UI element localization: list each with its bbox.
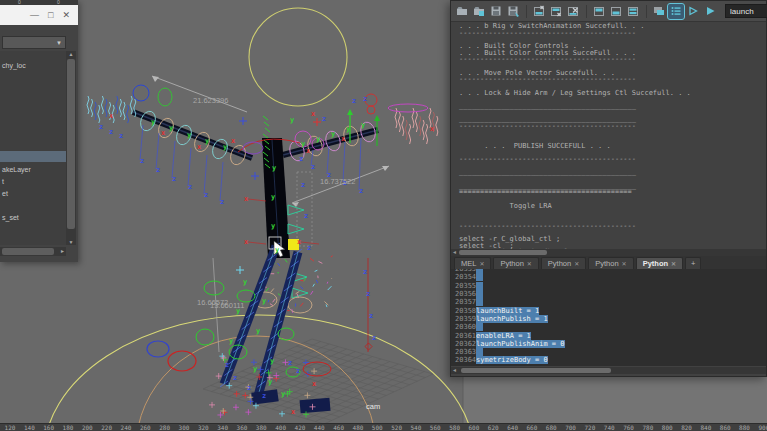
code-row[interactable]: 20354 [451,273,766,281]
clear-all-button[interactable] [565,4,581,19]
code-row[interactable]: 20361enableLRA = 1 [451,331,766,339]
timeline-frame-label: 900 [758,424,767,431]
execute-all-button[interactable] [685,4,701,19]
history-line: ----------------------------------------… [459,156,766,163]
execute-icon [704,5,716,17]
timeline-frame-label: 600 [468,424,479,431]
tab-label: Python [643,259,668,268]
script-input-pane[interactable]: 203532035420355203562035720358launchBuil… [451,269,766,366]
axis-letter-z: z [363,95,367,103]
outliner-item-selected[interactable] [0,151,66,162]
outliner-list[interactable]: chy_locakeLayertets_set [0,51,66,245]
save-script-button[interactable] [488,4,504,19]
outliner-vertical-scrollbar[interactable]: ▲ ▼ [66,51,76,245]
maximize-icon[interactable]: □ [48,11,53,20]
code-line-selected: launchPublish = 1 [476,315,548,323]
close-tab-icon[interactable]: ✕ [479,260,484,267]
scrollbar-thumb[interactable] [2,248,54,255]
execute-button[interactable] [702,4,718,19]
code-row[interactable]: 20362launchPublishAnim = 0 [451,340,766,348]
scroll-right-icon[interactable]: ► [60,248,65,254]
timeline-frame-label: 580 [449,424,460,431]
timeline-frame-label: 180 [63,424,74,431]
outliner-item[interactable]: s_set [0,212,66,223]
scrollbar-thumb[interactable] [461,368,611,373]
history-line: ----------------------------------------… [459,123,766,130]
code-row[interactable]: 20357 [451,298,766,306]
clear-input-button[interactable] [531,4,547,19]
timeline-frame-label: 240 [121,424,132,431]
save-script-as-button[interactable] [505,4,521,19]
close-icon[interactable]: ✕ [62,11,70,20]
outliner-item[interactable]: chy_loc [0,60,66,71]
open-script-button[interactable] [454,4,470,19]
timeline-frame-label: 760 [623,424,634,431]
code-row[interactable]: 20358launchBuilt = 1 [451,306,766,314]
code-line-selected [476,282,483,290]
axis-letter-z: z [225,361,229,369]
axis-letter-z: z [304,212,308,220]
code-row[interactable]: 20364symetrizeBody = 0 [451,356,766,364]
close-tab-icon[interactable]: ✕ [574,260,579,267]
close-tab-icon[interactable]: ✕ [527,260,532,267]
timeline-bar[interactable]: 1201401601802002202402602803003203403603… [0,423,767,431]
line-number: 20363 [451,348,476,356]
axis-letter-z: z [311,163,315,171]
script-tab-python-1[interactable]: Python✕ [493,257,538,269]
code-row[interactable]: 20356 [451,290,766,298]
timeline-frame-label: 800 [662,424,673,431]
show-both-button[interactable] [625,4,641,19]
echo-commands-button[interactable] [651,4,667,19]
command-input[interactable] [725,4,767,18]
input-horizontal-scrollbar[interactable]: ◄ [451,367,766,374]
axis-letter-z: z [288,359,292,367]
scroll-down-icon[interactable]: ▼ [66,239,76,245]
timeline-frame-label: 460 [333,424,344,431]
script-tab-mel-0[interactable]: MEL✕ [454,257,491,269]
outliner-item[interactable]: akeLayer [0,164,66,175]
code-row[interactable]: 20359launchPublish = 1 [451,315,766,323]
outliner-item[interactable]: et [0,188,66,199]
tab-label: MEL [461,259,476,268]
script-editor-toolbar [451,1,766,22]
script-tab-python-3[interactable]: Python✕ [588,257,633,269]
toolbar-separator [522,5,527,18]
code-row[interactable]: 20355 [451,282,766,290]
timeline-frame-label: 520 [391,424,402,431]
history-line: . . . Lock & Hide Arm / Leg Settings Ctl… [459,90,766,97]
save-script-icon [490,5,502,17]
line-number: 20354 [451,273,476,281]
new-tab-button[interactable]: + [685,257,701,269]
clear-history-icon [550,5,562,17]
outliner-filter-dropdown[interactable]: ▼ [2,36,66,49]
toolbar-separator [582,5,587,18]
show-history-button[interactable] [591,4,607,19]
show-input-button[interactable] [608,4,624,19]
code-row[interactable]: 20360 [451,323,766,331]
scrollbar-thumb[interactable] [459,250,547,255]
line-number: 20362 [451,340,476,348]
timeline-frame-label: 840 [700,424,711,431]
dimension-value: 21.623396 [193,96,228,105]
timeline-frame-label: 820 [681,424,692,431]
scrollbar-thumb[interactable] [67,59,75,229]
script-history-pane[interactable]: . . . b Rig v SwitchAnimation Succefull.… [451,22,766,249]
history-line: ----------------------------------------… [459,223,766,230]
timeline-frame-label: 720 [584,424,595,431]
history-horizontal-scrollbar[interactable]: ◄ [451,249,766,256]
outliner-item[interactable]: t [0,176,66,187]
axis-letter-z: z [188,183,192,191]
minimize-icon[interactable]: — [30,11,39,20]
scroll-up-icon[interactable]: ▲ [66,51,76,57]
code-row[interactable]: 20363 [451,348,766,356]
load-script-button[interactable] [471,4,487,19]
line-numbers-button[interactable] [668,4,684,19]
close-tab-icon[interactable]: ✕ [671,260,676,267]
script-tab-python-2[interactable]: Python✕ [541,257,586,269]
timeline-frame-label: 680 [546,424,557,431]
close-tab-icon[interactable]: ✕ [622,260,627,267]
script-tab-python-4[interactable]: Python✕ [636,257,683,269]
outliner-horizontal-scrollbar[interactable]: ► [0,247,66,256]
clear-history-button[interactable] [548,4,564,19]
execute-all-icon [687,5,699,17]
